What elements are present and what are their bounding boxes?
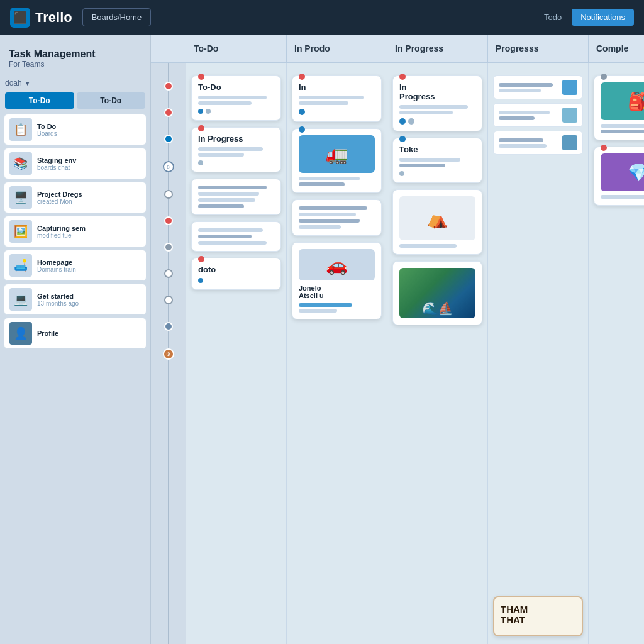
card-pin-1 xyxy=(198,74,204,80)
item-3-title: Project Dregs xyxy=(37,191,141,198)
card-dots-1 xyxy=(198,109,274,114)
card-img-car: 🚗 xyxy=(299,249,375,280)
card-prog-2[interactable]: Toke xyxy=(392,138,482,183)
card-line xyxy=(198,198,255,202)
app-body: Task Management For Teams doah ▼ To-Do T… xyxy=(0,35,644,644)
card-line xyxy=(299,177,360,180)
col4-item-3-lines xyxy=(499,138,558,148)
item-6-thumb: 💻 xyxy=(9,288,32,311)
card-dot xyxy=(299,109,305,115)
card-line xyxy=(299,309,337,313)
card-line xyxy=(499,116,535,120)
card-line xyxy=(499,144,547,148)
tab-todo-1[interactable]: To-Do xyxy=(5,92,74,109)
item-2-sub: boards chat xyxy=(37,164,141,171)
card-thankyou[interactable]: THAMTHAT xyxy=(493,596,583,636)
filter-label: doah xyxy=(5,79,22,87)
timeline-dot-special: ⚙ xyxy=(163,348,174,360)
card-pin-comp1 xyxy=(601,74,607,80)
timeline-dot-10 xyxy=(164,322,173,331)
card-prog-3[interactable]: ⛺ xyxy=(392,189,482,255)
sidebar-title: Task Management xyxy=(9,48,142,60)
timeline-dot-6 xyxy=(164,216,173,225)
card-pin-prog2 xyxy=(399,136,406,142)
sidebar-filter[interactable]: doah ▼ xyxy=(0,76,150,90)
card-prodo-4[interactable]: 🚗 JoneloAtseli u xyxy=(292,242,382,319)
card-lines-prog1 xyxy=(399,105,475,114)
sidebar-item-1[interactable]: 📋 To Do Boards xyxy=(4,114,147,145)
board-header: To-Do In Prodo In Progress Progresss Com… xyxy=(151,35,644,63)
notifications-button[interactable]: Notifications xyxy=(572,9,634,26)
todo-label: Todo xyxy=(544,13,562,22)
card-dot xyxy=(399,118,406,125)
card-title-2: In Progress xyxy=(198,134,274,143)
card-lines-p4 xyxy=(299,303,375,313)
card-line xyxy=(299,206,367,210)
card-dots-prog2 xyxy=(399,171,475,176)
card-lines-p2 xyxy=(299,177,375,186)
col-header-complete: Comple xyxy=(589,35,644,62)
card-lines-p1 xyxy=(299,96,375,105)
card-line xyxy=(299,101,348,105)
card-title-p4: JoneloAtseli u xyxy=(299,284,375,299)
card-line xyxy=(299,213,356,216)
card-todo-4[interactable] xyxy=(191,221,281,252)
timeline-dot-3 xyxy=(164,135,173,143)
col4-items xyxy=(493,75,583,155)
card-todo-2[interactable]: In Progress xyxy=(191,127,281,172)
sidebar-list: 📋 To Do Boards 📚 Staging env boards chat… xyxy=(0,114,150,349)
sidebar-item-2[interactable]: 📚 Staging env boards chat xyxy=(4,148,147,179)
card-line xyxy=(601,195,644,199)
card-line xyxy=(299,303,352,307)
card-dots-p1 xyxy=(299,109,375,115)
item-5-title: Homepage xyxy=(37,258,141,266)
item-3-sub: created Mon xyxy=(37,198,141,205)
sidebar-tabs: To-Do To-Do xyxy=(0,90,150,114)
col4-item-2[interactable] xyxy=(493,103,583,127)
board-col-todo: To-Do In Progress xyxy=(186,63,287,644)
card-prodo-2[interactable]: 🚛 xyxy=(292,128,382,193)
card-line xyxy=(601,124,644,128)
col4-item-3[interactable] xyxy=(493,131,583,155)
card-prog-4[interactable]: 🌊⛵ xyxy=(392,261,482,325)
app-name: Trello xyxy=(35,9,72,26)
card-lines-1 xyxy=(198,96,274,105)
card-pin-comp2 xyxy=(601,145,607,151)
card-line xyxy=(299,96,364,99)
sidebar-item-5[interactable]: 🛋️ Homepage Domains train xyxy=(4,250,147,281)
board-body: 8 ⚙ To-Do xyxy=(151,63,644,644)
card-prodo-3[interactable] xyxy=(292,199,382,236)
card-pin-5 xyxy=(198,256,204,262)
card-todo-5[interactable]: doto xyxy=(191,258,281,290)
card-prog-1[interactable]: InProgress xyxy=(392,75,482,131)
card-pin-p1 xyxy=(299,74,305,80)
card-comp-1[interactable]: 🎒 xyxy=(594,75,644,140)
col4-item-1-lines xyxy=(499,83,558,92)
timeline-dot-4: 8 xyxy=(163,161,174,172)
card-todo-3[interactable] xyxy=(191,179,281,215)
col4-item-1[interactable] xyxy=(493,75,583,99)
item-6-title: Get started xyxy=(37,292,141,300)
card-line xyxy=(198,228,263,232)
item-7-title: Profile xyxy=(37,330,141,337)
boards-button[interactable]: Boards/Home xyxy=(82,8,151,26)
card-comp-2[interactable]: 💎 xyxy=(594,147,644,206)
sidebar-item-4[interactable]: 🖼️ Capturing sem modified tue xyxy=(4,216,147,247)
item-4-thumb: 🖼️ xyxy=(9,220,32,243)
tab-todo-2[interactable]: To-Do xyxy=(77,92,146,109)
sidebar-item-6[interactable]: 💻 Get started 13 months ago xyxy=(4,284,147,315)
item-4-sub: modified tue xyxy=(37,232,141,239)
board-col-progresss: THAMTHAT xyxy=(488,63,589,644)
sidebar-item-7[interactable]: 👤 Profile xyxy=(4,318,147,349)
card-line xyxy=(198,192,259,196)
card-todo-1[interactable]: To-Do xyxy=(191,75,281,121)
card-prodo-1[interactable]: In xyxy=(292,75,382,122)
card-lines-4 xyxy=(198,228,274,245)
card-pin-p2 xyxy=(299,126,305,133)
sidebar-item-3[interactable]: 🖥️ Project Dregs created Mon xyxy=(4,182,147,213)
col-header-progress: Progresss xyxy=(488,35,589,62)
timeline-col: 8 ⚙ xyxy=(151,63,186,644)
card-line xyxy=(399,111,453,114)
item-7-content: Profile xyxy=(37,330,141,337)
col4-icon-3 xyxy=(562,135,577,150)
